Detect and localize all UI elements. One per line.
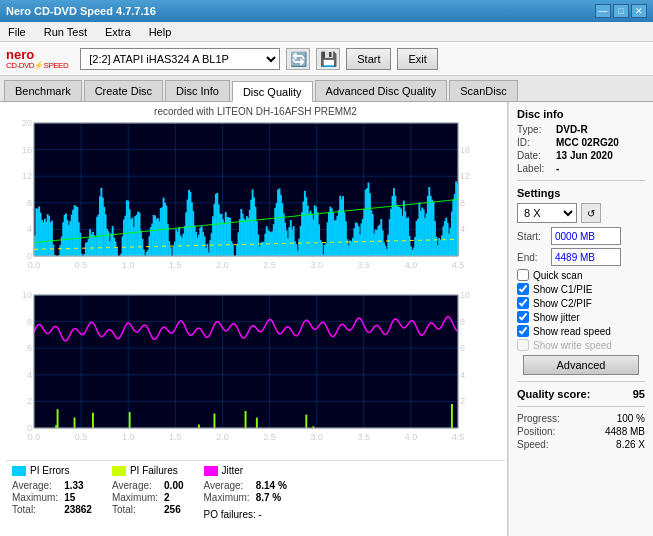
chart-area: recorded with LITEON DH-16AFSH PREMM2 PI… xyxy=(0,102,508,536)
disc-label-label: Label: xyxy=(517,163,552,174)
legend-pi-errors: PI Errors Average: 1.33 Maximum: 15 Tota… xyxy=(12,465,92,528)
drive-select[interactable]: [2:2] ATAPI iHAS324 A BL1P xyxy=(80,48,280,70)
quick-scan-checkbox[interactable] xyxy=(517,269,529,281)
legend-pi-failures: PI Failures Average: 0.00 Maximum: 2 Tot… xyxy=(112,465,184,528)
progress-label: Progress: xyxy=(517,413,560,424)
show-c2-pif-checkbox[interactable] xyxy=(517,297,529,309)
start-input[interactable] xyxy=(551,227,621,245)
pi-failures-total: 256 xyxy=(164,504,183,515)
pi-errors-label: PI Errors xyxy=(30,465,69,476)
show-c1-pie-checkbox[interactable] xyxy=(517,283,529,295)
speed-label: Speed: xyxy=(517,439,549,450)
settings-title: Settings xyxy=(517,187,645,199)
top-chart-wrapper xyxy=(6,119,505,289)
menu-bar: File Run Test Extra Help xyxy=(0,22,653,42)
show-read-speed-label: Show read speed xyxy=(533,326,611,337)
disc-id-label: ID: xyxy=(517,137,552,148)
show-write-speed-label: Show write speed xyxy=(533,340,612,351)
title-bar: Nero CD-DVD Speed 4.7.7.16 — □ ✕ xyxy=(0,0,653,22)
po-failures-label: PO failures: xyxy=(204,509,256,520)
minimize-button[interactable]: — xyxy=(595,4,611,18)
save-icon-button[interactable]: 💾 xyxy=(316,48,340,70)
show-jitter-checkbox[interactable] xyxy=(517,311,529,323)
tab-scan-disc[interactable]: ScanDisc xyxy=(449,80,517,101)
show-jitter-label: Show jitter xyxy=(533,312,580,323)
pi-failures-max: 2 xyxy=(164,492,183,503)
pi-failures-color-swatch xyxy=(112,466,126,476)
end-label: End: xyxy=(517,252,547,263)
bottom-chart-wrapper xyxy=(6,291,505,461)
start-label: Start: xyxy=(517,231,547,242)
nero-logo-sub: CD-DVD⚡SPEED xyxy=(6,61,68,70)
refresh-icon-button[interactable]: 🔄 xyxy=(286,48,310,70)
start-button[interactable]: Start xyxy=(346,48,391,70)
disc-info-title: Disc info xyxy=(517,108,645,120)
speed-value: 8.26 X xyxy=(616,439,645,450)
pi-errors-total: 23862 xyxy=(64,504,92,515)
show-c2-pif-label: Show C2/PIF xyxy=(533,298,592,309)
disc-type-value: DVD-R xyxy=(556,124,588,135)
show-write-speed-checkbox[interactable] xyxy=(517,339,529,351)
end-input[interactable] xyxy=(551,248,621,266)
close-button[interactable]: ✕ xyxy=(631,4,647,18)
menu-extra[interactable]: Extra xyxy=(101,25,135,39)
tab-disc-quality[interactable]: Disc Quality xyxy=(232,81,313,102)
jitter-avg: 8.14 % xyxy=(256,480,287,491)
tab-disc-info[interactable]: Disc Info xyxy=(165,80,230,101)
tab-create-disc[interactable]: Create Disc xyxy=(84,80,163,101)
progress-value: 100 % xyxy=(617,413,645,424)
disc-date-value: 13 Jun 2020 xyxy=(556,150,613,161)
pi-failures-avg: 0.00 xyxy=(164,480,183,491)
menu-file[interactable]: File xyxy=(4,25,30,39)
app-title: Nero CD-DVD Speed 4.7.7.16 xyxy=(6,5,156,17)
chart-title: recorded with LITEON DH-16AFSH PREMM2 xyxy=(6,106,505,117)
nero-logo: nero CD-DVD⚡SPEED xyxy=(6,48,68,70)
divider-3 xyxy=(517,406,645,407)
exit-button[interactable]: Exit xyxy=(397,48,437,70)
tab-bar: Benchmark Create Disc Disc Info Disc Qua… xyxy=(0,76,653,102)
menu-help[interactable]: Help xyxy=(145,25,176,39)
tab-advanced-disc-quality[interactable]: Advanced Disc Quality xyxy=(315,80,448,101)
menu-run-test[interactable]: Run Test xyxy=(40,25,91,39)
charts-container xyxy=(6,119,505,460)
pi-errors-avg: 1.33 xyxy=(64,480,92,491)
show-c1-pie-label: Show C1/PIE xyxy=(533,284,592,295)
pi-errors-color-swatch xyxy=(12,466,26,476)
jitter-label: Jitter xyxy=(222,465,244,476)
nero-logo-text: nero xyxy=(6,48,34,61)
position-value: 4488 MB xyxy=(605,426,645,437)
show-read-speed-checkbox[interactable] xyxy=(517,325,529,337)
po-failures-value: - xyxy=(259,509,262,520)
divider-1 xyxy=(517,180,645,181)
legend-area: PI Errors Average: 1.33 Maximum: 15 Tota… xyxy=(6,460,505,532)
disc-label-value: - xyxy=(556,163,559,174)
quality-score-label: Quality score: xyxy=(517,388,590,400)
advanced-button[interactable]: Advanced xyxy=(523,355,638,375)
legend-jitter: Jitter Average: 8.14 % Maximum: 8.7 % PO… xyxy=(204,465,287,528)
disc-id-value: MCC 02RG20 xyxy=(556,137,619,148)
right-panel: Disc info Type: DVD-R ID: MCC 02RG20 Dat… xyxy=(508,102,653,536)
window-controls: — □ ✕ xyxy=(595,4,647,18)
main-content: recorded with LITEON DH-16AFSH PREMM2 PI… xyxy=(0,102,653,536)
maximize-button[interactable]: □ xyxy=(613,4,629,18)
tab-benchmark[interactable]: Benchmark xyxy=(4,80,82,101)
jitter-max: 8.7 % xyxy=(256,492,287,503)
position-label: Position: xyxy=(517,426,555,437)
toolbar: nero CD-DVD⚡SPEED [2:2] ATAPI iHAS324 A … xyxy=(0,42,653,76)
speed-select[interactable]: 8 X Max 4 X xyxy=(517,203,577,223)
disc-date-label: Date: xyxy=(517,150,552,161)
settings-refresh-button[interactable]: ↺ xyxy=(581,203,601,223)
quick-scan-label: Quick scan xyxy=(533,270,582,281)
pi-errors-max: 15 xyxy=(64,492,92,503)
disc-type-label: Type: xyxy=(517,124,552,135)
divider-2 xyxy=(517,381,645,382)
quality-score-value: 95 xyxy=(633,388,645,400)
jitter-color-swatch xyxy=(204,466,218,476)
pi-failures-label: PI Failures xyxy=(130,465,178,476)
